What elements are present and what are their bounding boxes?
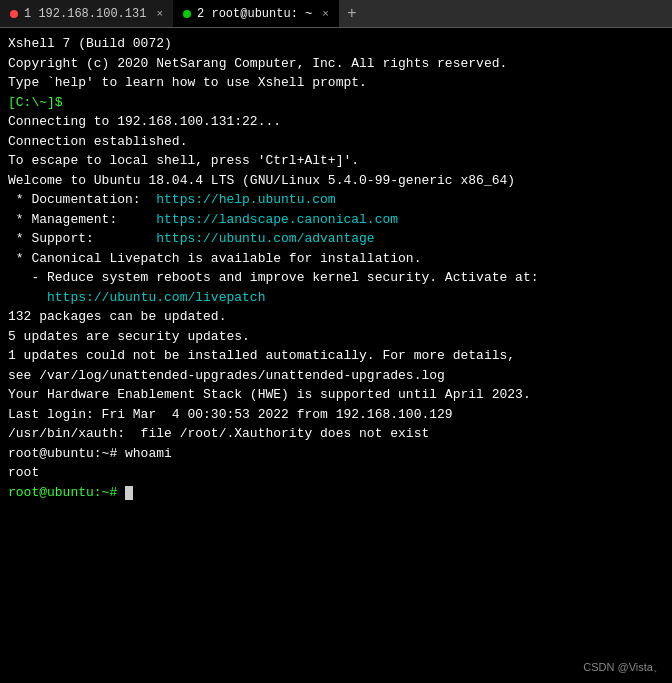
- terminal-text: root@ubuntu:~# whoami: [8, 446, 172, 461]
- terminal-line: /usr/bin/xauth: file /root/.Xauthority d…: [8, 424, 664, 444]
- terminal-line: [C:\~]$: [8, 93, 664, 113]
- watermark: CSDN @Vista、: [583, 660, 664, 675]
- terminal-line: root@ubuntu:~#: [8, 483, 664, 503]
- terminal-text: root@ubuntu:~#: [8, 485, 117, 500]
- terminal-line: Your Hardware Enablement Stack (HWE) is …: [8, 385, 664, 405]
- new-tab-button[interactable]: +: [339, 0, 365, 27]
- terminal-cursor: [125, 486, 133, 500]
- terminal-line: * Canonical Livepatch is available for i…: [8, 249, 664, 269]
- tab-tab2[interactable]: 2 root@ubuntu: ~×: [173, 0, 339, 27]
- terminal-line: 5 updates are security updates.: [8, 327, 664, 347]
- terminal-line: * Documentation: https://help.ubuntu.com: [8, 190, 664, 210]
- terminal-line: - Reduce system reboots and improve kern…: [8, 268, 664, 288]
- terminal-text: [117, 485, 125, 500]
- terminal-text: Xshell 7 (Build 0072): [8, 36, 172, 51]
- terminal-text: /usr/bin/xauth: file /root/.Xauthority d…: [8, 426, 429, 441]
- terminal-text: [8, 290, 47, 305]
- terminal-text: https://landscape.canonical.com: [156, 212, 398, 227]
- terminal-text: https://ubuntu.com/advantage: [156, 231, 374, 246]
- terminal-text: https://help.ubuntu.com: [156, 192, 335, 207]
- tab-close-icon[interactable]: ×: [322, 8, 329, 20]
- terminal-text: Copyright (c) 2020 NetSarang Computer, I…: [8, 56, 507, 71]
- tab-status-dot: [10, 10, 18, 18]
- terminal-text: 5 updates are security updates.: [8, 329, 250, 344]
- terminal-line: To escape to local shell, press 'Ctrl+Al…: [8, 151, 664, 171]
- terminal-text: [C:\~]$: [8, 95, 63, 110]
- tab-status-dot: [183, 10, 191, 18]
- terminal-line: * Support: https://ubuntu.com/advantage: [8, 229, 664, 249]
- terminal-text: * Documentation:: [8, 192, 156, 207]
- terminal-text: 1 updates could not be installed automat…: [8, 348, 515, 363]
- terminal[interactable]: Xshell 7 (Build 0072)Copyright (c) 2020 …: [0, 28, 672, 683]
- terminal-line: root@ubuntu:~# whoami: [8, 444, 664, 464]
- terminal-text: https://ubuntu.com/livepatch: [47, 290, 265, 305]
- terminal-text: * Support:: [8, 231, 156, 246]
- terminal-text: Connecting to 192.168.100.131:22...: [8, 114, 281, 129]
- terminal-line: see /var/log/unattended-upgrades/unatten…: [8, 366, 664, 386]
- terminal-line: Welcome to Ubuntu 18.04.4 LTS (GNU/Linux…: [8, 171, 664, 191]
- tab-tab1[interactable]: 1 192.168.100.131×: [0, 0, 173, 27]
- terminal-text: Connection established.: [8, 134, 187, 149]
- terminal-text: Type `help' to learn how to use Xshell p…: [8, 75, 367, 90]
- terminal-line: 132 packages can be updated.: [8, 307, 664, 327]
- terminal-text: Your Hardware Enablement Stack (HWE) is …: [8, 387, 531, 402]
- terminal-text: 132 packages can be updated.: [8, 309, 226, 324]
- terminal-line: Last login: Fri Mar 4 00:30:53 2022 from…: [8, 405, 664, 425]
- terminal-text: see /var/log/unattended-upgrades/unatten…: [8, 368, 445, 383]
- terminal-text: * Canonical Livepatch is available for i…: [8, 251, 421, 266]
- terminal-text: root: [8, 465, 39, 480]
- terminal-line: Type `help' to learn how to use Xshell p…: [8, 73, 664, 93]
- terminal-line: Copyright (c) 2020 NetSarang Computer, I…: [8, 54, 664, 74]
- terminal-text: * Management:: [8, 212, 156, 227]
- terminal-line: 1 updates could not be installed automat…: [8, 346, 664, 366]
- tab-label: 2 root@ubuntu: ~: [197, 7, 312, 21]
- tab-label: 1 192.168.100.131: [24, 7, 146, 21]
- terminal-line: root: [8, 463, 664, 483]
- tab-bar: 1 192.168.100.131×2 root@ubuntu: ~×+: [0, 0, 672, 28]
- terminal-line: https://ubuntu.com/livepatch: [8, 288, 664, 308]
- terminal-line: * Management: https://landscape.canonica…: [8, 210, 664, 230]
- terminal-text: - Reduce system reboots and improve kern…: [8, 270, 539, 285]
- terminal-line: Connection established.: [8, 132, 664, 152]
- terminal-text: Welcome to Ubuntu 18.04.4 LTS (GNU/Linux…: [8, 173, 515, 188]
- terminal-text: To escape to local shell, press 'Ctrl+Al…: [8, 153, 359, 168]
- terminal-line: Connecting to 192.168.100.131:22...: [8, 112, 664, 132]
- terminal-text: Last login: Fri Mar 4 00:30:53 2022 from…: [8, 407, 453, 422]
- tab-close-icon[interactable]: ×: [156, 8, 163, 20]
- terminal-line: Xshell 7 (Build 0072): [8, 34, 664, 54]
